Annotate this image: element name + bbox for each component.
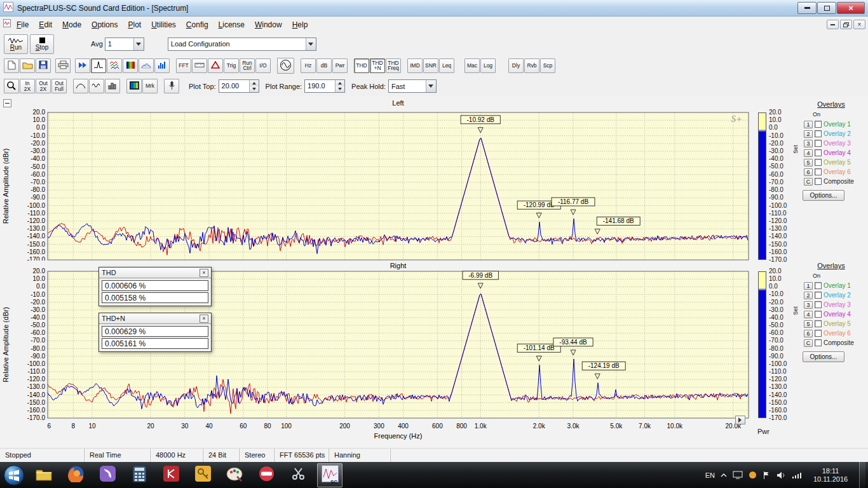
overlay-set-button-5[interactable]: 5: [804, 159, 813, 166]
overlay-on-checkbox-2[interactable]: [815, 130, 822, 137]
language-indicator[interactable]: EN: [705, 471, 715, 479]
menu-item-mode[interactable]: Mode: [57, 18, 86, 31]
avg-dropdown-icon[interactable]: [133, 38, 144, 50]
chevron-up-icon[interactable]: [721, 473, 727, 478]
log-button[interactable]: Log: [480, 58, 496, 73]
overlay-on-checkbox-4[interactable]: [815, 311, 822, 318]
leq-button[interactable]: Leq: [439, 58, 454, 73]
plot-range-down-button[interactable]: [336, 86, 344, 93]
scale-ruler-button[interactable]: [192, 58, 207, 73]
db-button[interactable]: dB: [316, 58, 332, 73]
monitor-icon[interactable]: [733, 471, 743, 479]
plot-range-input[interactable]: 190.0: [304, 79, 345, 93]
menu-item-plot[interactable]: Plot: [123, 18, 146, 31]
overlay-set-button-5[interactable]: 5: [804, 320, 813, 328]
weighting-curve-button[interactable]: [73, 79, 88, 93]
menu-item-window[interactable]: Window: [250, 18, 287, 31]
menu-item-file[interactable]: File: [11, 18, 34, 31]
thd-n-window-close-button[interactable]: ×: [200, 315, 208, 323]
overlay-on-checkbox-3[interactable]: [815, 140, 822, 147]
overlay-on-checkbox-1[interactable]: [815, 282, 822, 289]
taskbar-firefox-button[interactable]: [63, 463, 88, 487]
trig-button[interactable]: Trig: [224, 58, 239, 73]
taskbar-paint-palette-button[interactable]: [222, 463, 247, 487]
waterfall-view-button[interactable]: [107, 58, 122, 73]
overlay-set-button-c[interactable]: C: [804, 339, 813, 347]
overlay-on-checkbox-c[interactable]: [815, 178, 822, 185]
taskbar-viber-button[interactable]: [95, 463, 120, 487]
overlay-on-checkbox-2[interactable]: [815, 292, 822, 299]
thd-button[interactable]: THD: [354, 58, 369, 73]
fft-button[interactable]: FFT: [176, 58, 191, 73]
taskbar-media-player-button[interactable]: [158, 463, 184, 487]
signal-generator-button[interactable]: [277, 58, 294, 74]
action-center-flag-icon[interactable]: [763, 471, 770, 480]
new-file-button[interactable]: [4, 58, 19, 73]
out-2x-button[interactable]: Out 2X: [36, 79, 51, 93]
taskbar-calculator-button[interactable]: [126, 463, 152, 487]
load-configuration-select[interactable]: Load Configuration: [168, 37, 316, 51]
overlay-set-button-2[interactable]: 2: [804, 292, 813, 299]
overlay-set-button-3[interactable]: 3: [804, 140, 813, 147]
plot-top-down-button[interactable]: [250, 86, 259, 93]
menu-item-help[interactable]: Help: [287, 18, 313, 31]
overlay-on-checkbox-4[interactable]: [815, 149, 822, 156]
out-full-button[interactable]: Out Full: [51, 79, 67, 93]
overlay-set-button-6[interactable]: 6: [804, 330, 813, 337]
overlay-on-checkbox-6[interactable]: [815, 168, 822, 175]
menu-item-license[interactable]: License: [214, 18, 250, 31]
taskbar-password-keys-button[interactable]: [190, 463, 215, 487]
overlay-set-button-6[interactable]: 6: [804, 168, 813, 176]
overlay-on-checkbox-5[interactable]: [815, 159, 822, 166]
mrk-button[interactable]: Mrk: [142, 79, 158, 93]
load-configuration-dropdown-icon[interactable]: [306, 38, 316, 50]
histogram-button[interactable]: [105, 79, 120, 93]
avg-select[interactable]: 1: [105, 37, 144, 51]
hz-button[interactable]: Hz: [301, 58, 316, 73]
open-folder-button[interactable]: [20, 58, 35, 73]
overlay-on-checkbox-1[interactable]: [815, 121, 822, 128]
bars-view-button[interactable]: [154, 58, 170, 73]
taskbar-spectraplus-button[interactable]: SC: [317, 463, 342, 487]
smoothing-button[interactable]: [89, 79, 104, 93]
overlay-set-button-1[interactable]: 1: [804, 121, 813, 128]
zoom-button[interactable]: [4, 79, 19, 93]
mdi-minimize-button[interactable]: [827, 20, 839, 29]
overlay-set-button-4[interactable]: 4: [804, 311, 813, 318]
show-desktop-button[interactable]: [859, 462, 865, 488]
thd-n-window-titlebar[interactable]: THD+N×: [99, 313, 211, 324]
minimize-button[interactable]: [797, 2, 817, 14]
palette-grid-button[interactable]: [126, 79, 142, 93]
network-icon[interactable]: [792, 471, 802, 479]
thd-window-close-button[interactable]: ×: [200, 269, 208, 277]
run-button[interactable]: Run: [4, 34, 28, 54]
taskbar-media-red-button[interactable]: [254, 463, 279, 487]
print-button[interactable]: [55, 58, 71, 73]
menu-item-options[interactable]: Options: [86, 18, 123, 31]
run-ctrl-button[interactable]: Run Ctrl: [240, 58, 255, 73]
surface-view-button[interactable]: [139, 58, 154, 73]
mac-button[interactable]: Mac: [465, 58, 480, 73]
thd-n-button[interactable]: THD +N: [370, 58, 385, 73]
peak-hold-select[interactable]: Fast: [388, 79, 437, 93]
thd-window-titlebar[interactable]: THD×: [99, 268, 211, 278]
rvb-button[interactable]: Rvb: [524, 58, 539, 73]
maximize-button[interactable]: [817, 2, 836, 14]
imd-button[interactable]: IMD: [407, 58, 423, 73]
i-o-button[interactable]: I/O: [255, 58, 271, 73]
overlay-set-button-c[interactable]: C: [804, 178, 813, 186]
trigger-delta-button[interactable]: [208, 58, 223, 73]
spectrogram-view-button[interactable]: [123, 58, 138, 73]
overlay-on-checkbox-6[interactable]: [815, 330, 822, 337]
overlay-set-button-1[interactable]: 1: [804, 282, 813, 290]
menu-item-utilities[interactable]: Utilities: [146, 18, 181, 31]
menu-item-edit[interactable]: Edit: [34, 18, 57, 31]
overlay-set-button-2[interactable]: 2: [804, 130, 813, 138]
pwr-button[interactable]: Pwr: [332, 58, 348, 73]
left-channel-spectrum-plot[interactable]: 20.010.00.0-10.0-20.0-30.0-40.0-50.0-60.…: [0, 97, 753, 261]
mdi-close-button[interactable]: ×: [853, 20, 865, 29]
scp-button[interactable]: Scp: [540, 58, 555, 73]
volume-icon[interactable]: [776, 471, 786, 480]
taskbar-clock[interactable]: 18:1110.11.2016: [808, 467, 853, 484]
peak-hold-dropdown-icon[interactable]: [426, 80, 436, 92]
